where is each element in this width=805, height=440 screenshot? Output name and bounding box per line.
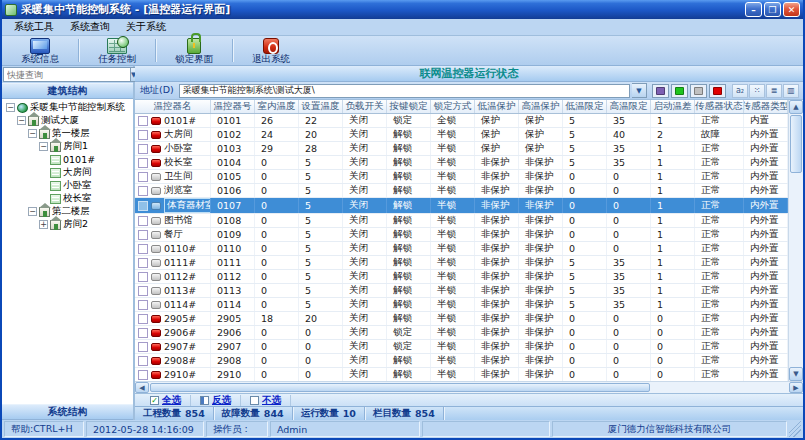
table-row[interactable]: 2908#290800关闭解锁半锁非保护非保护000正常内外置 [135, 354, 788, 368]
table-row[interactable]: 浏览室010605关闭解锁半锁非保护非保护001正常内外置 [135, 184, 788, 198]
menu-about-system[interactable]: 关于系统 [118, 19, 174, 35]
column-header[interactable]: 负载开关 [343, 100, 387, 113]
tree-item[interactable]: 大房间 [4, 166, 133, 179]
table-row[interactable]: 0113#011305关闭解锁半锁非保护非保护5351正常内外置 [135, 284, 788, 298]
table-row[interactable]: 卫生间010505关闭解锁半锁非保护非保护001正常内外置 [135, 170, 788, 184]
address-input[interactable] [179, 84, 630, 98]
table-row[interactable]: 0112#011205关闭解锁半锁非保护非保护5351正常内外置 [135, 270, 788, 284]
view-option-button[interactable]: ≣ [766, 84, 782, 98]
table-row[interactable]: 餐厅010905关闭解锁半锁非保护非保护001正常内外置 [135, 228, 788, 242]
column-header[interactable]: 低温保护 [475, 100, 519, 113]
select-all-button[interactable]: ✓ 全选 [141, 395, 191, 406]
table-row[interactable]: 0101#01012622关闭锁定全锁保护保护5351正常内置 [135, 114, 788, 128]
table-row[interactable]: 2906#290600关闭锁定半锁非保护非保护000正常内外置 [135, 326, 788, 340]
view-option-button[interactable]: ⁙ [749, 84, 765, 98]
row-checkbox[interactable] [138, 286, 148, 296]
row-checkbox[interactable] [138, 314, 148, 324]
close-button[interactable]: ✕ [783, 2, 800, 17]
row-checkbox[interactable] [138, 172, 148, 182]
collapse-icon[interactable]: − [39, 142, 48, 151]
row-checkbox[interactable] [138, 328, 148, 338]
table-row[interactable]: 校长室010405关闭解锁半锁非保护非保护5351正常内外置 [135, 156, 788, 170]
column-header[interactable]: 锁定方式 [431, 100, 475, 113]
collapse-icon[interactable]: − [28, 207, 37, 216]
scroll-right-icon[interactable]: ▶ [789, 382, 803, 393]
chevron-down-icon[interactable]: ▼ [632, 83, 647, 98]
legend-color-button[interactable] [671, 84, 688, 98]
collapse-icon[interactable]: − [6, 103, 15, 112]
horizontal-scrollbar[interactable]: ◀ ▶ [135, 381, 803, 393]
view-option-button[interactable]: a₂ [732, 84, 748, 98]
row-checkbox[interactable] [138, 244, 148, 254]
table-row[interactable]: 0111#011105关闭解锁半锁非保护非保护5351正常内外置 [135, 256, 788, 270]
legend-color-button[interactable] [690, 84, 707, 98]
sidebar-footer-tab[interactable]: 系统结构 [2, 404, 133, 420]
tree-item[interactable]: 小卧室 [4, 179, 133, 192]
row-checkbox[interactable] [138, 272, 148, 282]
tree-item[interactable]: 0101# [4, 153, 133, 166]
menu-system-query[interactable]: 系统查询 [62, 19, 118, 35]
row-checkbox[interactable] [138, 201, 148, 211]
lock-screen-button[interactable]: 锁定界面 [158, 36, 230, 65]
vertical-scroll-thumb[interactable] [790, 115, 802, 173]
column-header[interactable]: 传感器类型 [744, 100, 788, 113]
tree-item[interactable]: −第一楼层 [4, 127, 133, 140]
table-row[interactable]: 0110#011005关闭解锁半锁非保护非保护001正常内外置 [135, 242, 788, 256]
restore-button[interactable]: ❐ [764, 2, 781, 17]
column-header[interactable]: 温控器号 [211, 100, 255, 113]
row-checkbox[interactable] [138, 186, 148, 196]
row-checkbox[interactable] [138, 230, 148, 240]
column-header[interactable]: 室内温度 [255, 100, 299, 113]
tree-item[interactable]: −房间1 [4, 140, 133, 153]
exit-system-button[interactable]: 退出系统 [235, 36, 307, 65]
row-checkbox[interactable] [138, 130, 148, 140]
column-header[interactable]: 按键锁定 [387, 100, 431, 113]
column-header[interactable]: 低温限定 [563, 100, 607, 113]
invert-selection-button[interactable]: 反选 [191, 395, 241, 406]
tree-item[interactable]: 校长室 [4, 192, 133, 205]
row-checkbox[interactable] [138, 356, 148, 366]
column-header[interactable]: 高温保护 [519, 100, 563, 113]
row-checkbox[interactable] [138, 158, 148, 168]
tree-item[interactable]: −测试大厦 [4, 114, 133, 127]
scroll-left-icon[interactable]: ◀ [135, 382, 149, 393]
table-row[interactable]: 0114#011405关闭解锁半锁非保护非保护5351正常内外置 [135, 298, 788, 312]
menu-system-tools[interactable]: 系统工具 [6, 19, 62, 35]
table-row[interactable]: 体育器材室010705关闭解锁半锁非保护非保护001正常内外置 [135, 198, 788, 214]
select-none-button[interactable]: ✓ 不选 [241, 395, 291, 406]
table-row[interactable]: 2910#291000关闭解锁半锁非保护非保护000正常内外置 [135, 368, 788, 382]
column-header[interactable]: 高温限定 [607, 100, 651, 113]
tree-item[interactable]: −采暖集中节能控制系统 [4, 101, 133, 114]
system-info-button[interactable]: 系统信息 [4, 36, 76, 65]
minimize-button[interactable]: – [745, 2, 762, 17]
column-header[interactable]: 启动温差 [651, 100, 695, 113]
row-checkbox[interactable] [138, 342, 148, 352]
quick-query-input[interactable] [3, 67, 131, 82]
column-header[interactable]: 设置温度 [299, 100, 343, 113]
resize-grip[interactable] [789, 421, 801, 437]
row-checkbox[interactable] [138, 300, 148, 310]
column-header[interactable]: 传感器状态 [695, 100, 744, 113]
tree-item[interactable]: −第二楼层 [4, 205, 133, 218]
table-row[interactable]: 2905#29051820关闭解锁半锁非保护非保护000正常内外置 [135, 312, 788, 326]
vertical-scrollbar[interactable]: ▲ ▼ [788, 100, 803, 381]
view-option-button[interactable]: ▥ [783, 84, 799, 98]
row-checkbox[interactable] [138, 258, 148, 268]
column-header[interactable]: 温控器名 [135, 100, 211, 113]
legend-color-button[interactable] [652, 84, 669, 98]
legend-color-button[interactable] [709, 84, 726, 98]
table-row[interactable]: 大房间01022420关闭解锁半锁保护保护5402故障内外置 [135, 128, 788, 142]
scroll-down-icon[interactable]: ▼ [789, 367, 803, 381]
scroll-up-icon[interactable]: ▲ [789, 100, 803, 114]
table-row[interactable]: 2907#290700关闭锁定半锁非保护非保护000正常内外置 [135, 340, 788, 354]
expand-icon[interactable]: + [39, 220, 48, 229]
task-control-button[interactable]: 任务控制 [81, 36, 153, 65]
row-checkbox[interactable] [138, 370, 148, 380]
tree-item[interactable]: +房间2 [4, 218, 133, 231]
row-checkbox[interactable] [138, 144, 148, 154]
row-checkbox[interactable] [138, 216, 148, 226]
collapse-icon[interactable]: − [28, 129, 37, 138]
row-checkbox[interactable] [138, 116, 148, 126]
table-row[interactable]: 小卧室01032928关闭解锁半锁保护保护5351正常内外置 [135, 142, 788, 156]
table-row[interactable]: 图书馆010805关闭解锁半锁非保护非保护001正常内外置 [135, 214, 788, 228]
